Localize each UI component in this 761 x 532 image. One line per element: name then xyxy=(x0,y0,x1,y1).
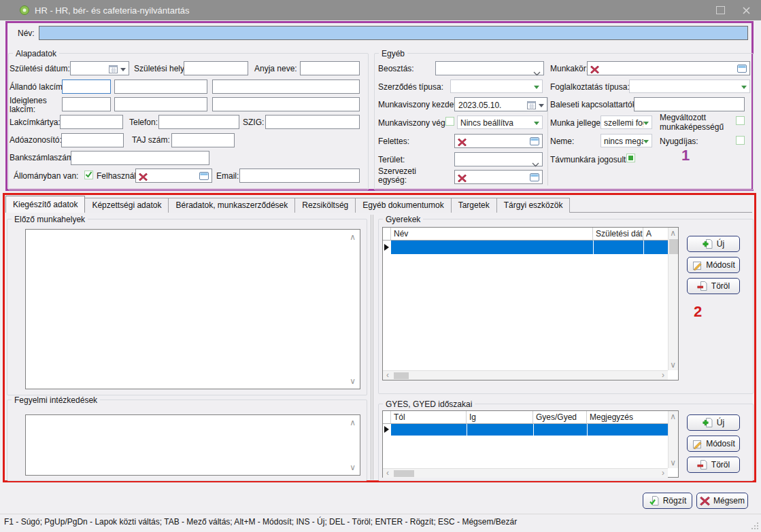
neme-select[interactable]: nincs megad xyxy=(601,134,652,147)
scroll-down-icon[interactable]: ∨ xyxy=(350,464,356,471)
terulet-label: Terület: xyxy=(378,156,405,164)
szuletesi-hely-input[interactable] xyxy=(184,61,248,75)
nev-input[interactable] xyxy=(39,26,748,40)
gyerekek-torol-button[interactable]: Töröl xyxy=(687,278,740,294)
ideiglenes-lakcim-input-2[interactable] xyxy=(114,97,207,111)
gyerekek-table[interactable]: Név Születési dátum A ∧ ∨ ‹ › xyxy=(382,227,679,380)
scroll-up-icon[interactable]: ∧ xyxy=(670,230,676,236)
munkakor-lookup-field[interactable] xyxy=(587,61,750,75)
lookup-picker-button[interactable] xyxy=(198,171,210,181)
scroll-down-icon[interactable]: ∨ xyxy=(670,459,676,466)
gyerekek-col-szuletesi-datum[interactable]: Születési dátum xyxy=(593,228,643,241)
szerzodes-tipusa-select[interactable] xyxy=(450,79,543,93)
munkaviszony-vege-checkbox[interactable] xyxy=(445,117,454,126)
nev-label: Név: xyxy=(18,29,35,38)
gyes-selected-row[interactable] xyxy=(391,424,668,436)
tab-targetek[interactable]: Targetek xyxy=(451,198,497,213)
scroll-left-icon[interactable]: ‹ xyxy=(386,372,389,378)
munka-jellege-select[interactable]: szellemi fogl. xyxy=(601,116,652,129)
close-button[interactable] xyxy=(737,3,755,17)
gyes-col-gyes-gyed[interactable]: Gyes/Gyed xyxy=(533,411,587,424)
gyerekek-horizontal-scrollbar[interactable]: ‹ › xyxy=(383,370,668,380)
beosztas-select[interactable] xyxy=(435,61,544,75)
allando-lakcim-input-1[interactable] xyxy=(62,79,111,94)
gyes-uj-button[interactable]: Új xyxy=(687,414,740,431)
megsem-button[interactable]: Mégsem xyxy=(696,493,748,509)
fegyelmi-intezkedesek-listbox[interactable]: ∧ ∨ xyxy=(25,414,360,476)
tab-targyi-eszkozok[interactable]: Tárgyi eszközök xyxy=(496,198,571,213)
gyerekek-selected-row[interactable] xyxy=(391,241,668,254)
szuletesi-datum-input[interactable] xyxy=(70,61,129,75)
adoazonosito-input[interactable] xyxy=(61,133,124,147)
gyes-col-ig[interactable]: Ig xyxy=(467,411,533,424)
gyes-torol-button[interactable]: Töröl xyxy=(687,457,740,473)
ideiglenes-lakcim-input-3[interactable] xyxy=(212,97,360,111)
szervezeti-egyseg-lookup-field[interactable] xyxy=(454,170,543,184)
baleseti-kapcsolattartok-input[interactable] xyxy=(634,97,745,111)
ideiglenes-lakcim-input-1[interactable] xyxy=(62,97,111,111)
lookup-picker-button[interactable] xyxy=(736,63,748,73)
bankszamlaszam-input[interactable] xyxy=(71,151,209,165)
gyes-horizontal-scrollbar[interactable]: ‹ › xyxy=(383,468,668,478)
elozo-munkahelyek-listbox[interactable]: ∧ ∨ xyxy=(25,229,360,389)
foglalkoztatas-tipusa-select[interactable] xyxy=(629,79,750,93)
lookup-picker-button[interactable] xyxy=(528,172,541,182)
allando-lakcim-input-2[interactable] xyxy=(114,79,207,94)
gyerekek-col-a[interactable]: A xyxy=(643,228,668,241)
scroll-right-icon[interactable]: › xyxy=(662,469,664,476)
scrollbar-thumb[interactable] xyxy=(394,372,409,379)
panel-splitter[interactable] xyxy=(371,215,371,480)
tab-rezsikoltseg[interactable]: Rezsiköltség xyxy=(294,198,356,213)
scrollbar-thumb[interactable] xyxy=(669,239,678,254)
allando-lakcim-label: Állandó lakcím: xyxy=(10,83,65,92)
tab-beradatok-munkaszerzodesek[interactable]: Béradatok, munkaszerződések xyxy=(168,198,295,213)
szig-input[interactable] xyxy=(265,115,360,129)
munkaviszony-vege-select[interactable]: Nincs beállítva xyxy=(457,116,543,129)
nyugdijas-checkbox[interactable] xyxy=(736,136,745,145)
lookup-picker-button[interactable] xyxy=(528,136,541,146)
anyja-neve-input[interactable] xyxy=(300,61,360,75)
terulet-select[interactable] xyxy=(454,152,543,166)
email-input[interactable] xyxy=(239,169,360,183)
gyes-col-megjegyzes[interactable]: Megjegyzés xyxy=(587,411,668,424)
calendar-icon[interactable] xyxy=(527,100,537,112)
munkaviszony-kezdete-input[interactable]: 2023.05.10. xyxy=(454,97,547,111)
date-dropdown-arrow-icon[interactable] xyxy=(120,68,126,71)
tab-kiegeszito-adatok[interactable]: Kiegészítő adatok xyxy=(5,196,85,213)
gyerekek-modosit-button[interactable]: Módosít xyxy=(687,257,740,273)
gyerekek-col-nev[interactable]: Név xyxy=(391,228,593,241)
tab-bar: Kiegészítő adatok Képzettségi adatok Bér… xyxy=(5,197,569,213)
scroll-up-icon[interactable]: ∧ xyxy=(350,419,356,426)
gyerekek-uj-button[interactable]: Új xyxy=(687,236,740,252)
allomanyban-van-checkbox[interactable] xyxy=(84,171,93,179)
megvaltozott-checkbox[interactable] xyxy=(736,116,745,125)
scrollbar-thumb[interactable] xyxy=(394,470,414,477)
gyes-modosit-button[interactable]: Módosít xyxy=(687,436,740,452)
rogzit-button[interactable]: Rögzít xyxy=(643,493,692,509)
taj-szam-input[interactable] xyxy=(171,133,235,147)
gyerekek-vertical-scrollbar[interactable]: ∧ ∨ xyxy=(668,228,678,370)
felettes-lookup-field[interactable] xyxy=(454,134,543,148)
tab-egyeb-dokumentumok[interactable]: Egyéb dokumentumok xyxy=(355,198,451,213)
calendar-icon[interactable] xyxy=(109,64,118,76)
tavmunkara-jogosult-checkbox[interactable] xyxy=(626,154,635,162)
date-dropdown-arrow-icon[interactable] xyxy=(539,104,544,107)
tab-kepzettsegi-adatok[interactable]: Képzettségi adatok xyxy=(84,198,169,213)
scroll-up-icon[interactable]: ∧ xyxy=(350,234,356,241)
scroll-up-icon[interactable]: ∧ xyxy=(670,413,676,420)
scroll-right-icon[interactable]: › xyxy=(662,372,664,378)
resize-grip[interactable] xyxy=(750,521,758,529)
scroll-down-icon[interactable]: ∨ xyxy=(350,378,356,385)
lakcimkartya-input[interactable] xyxy=(60,115,123,129)
scroll-down-icon[interactable]: ∨ xyxy=(670,361,676,368)
telefon-input[interactable] xyxy=(158,115,239,129)
allando-lakcim-input-3[interactable] xyxy=(212,79,360,94)
gyes-col-tol[interactable]: Tól xyxy=(391,411,467,424)
felhasznalo-lookup-field[interactable] xyxy=(135,169,212,183)
gyes-gyed-table[interactable]: Tól Ig Gyes/Gyed Megjegyzés ∧ ∨ ‹ › xyxy=(382,410,679,478)
megvaltozott-label-2: munkaképességű xyxy=(660,123,724,132)
maximize-button[interactable] xyxy=(711,3,729,17)
row-indicator-icon xyxy=(384,244,389,251)
scroll-left-icon[interactable]: ‹ xyxy=(386,469,389,476)
gyes-vertical-scrollbar[interactable]: ∧ ∨ xyxy=(668,411,678,468)
